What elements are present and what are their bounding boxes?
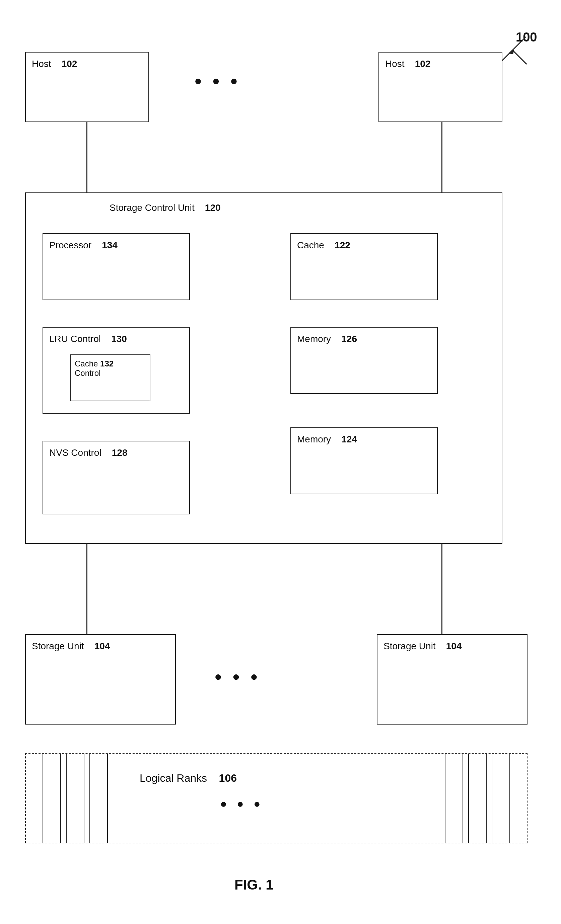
connector-scu-su1 xyxy=(86,544,87,634)
stripe-5 xyxy=(468,754,487,843)
memory-126-label: Memory 126 xyxy=(297,334,357,344)
host-2-box: Host 102 xyxy=(379,52,502,122)
memory-126-box: Memory 126 xyxy=(290,327,438,394)
processor-box: Processor 134 xyxy=(42,233,190,300)
logical-ranks-label: Logical Ranks 106 xyxy=(140,772,237,784)
cache-control-box: Cache 132Control xyxy=(70,354,150,401)
lru-label: LRU Control 130 xyxy=(49,334,127,344)
cache-label: Cache 122 xyxy=(297,240,350,250)
stripe-2 xyxy=(66,754,84,843)
logical-ranks-box: Logical Ranks 106 ● ● ● xyxy=(25,753,528,843)
storage-units-dots: ● ● ● xyxy=(214,669,261,684)
scu-label: Storage Control Unit 120 xyxy=(110,202,221,213)
svg-marker-1 xyxy=(509,50,514,54)
fig-label: FIG. 1 xyxy=(235,877,274,893)
host-1-label: Host 102 xyxy=(32,58,77,69)
connector-scu-su2 xyxy=(441,544,442,634)
logical-ranks-dots: ● ● ● xyxy=(220,797,264,810)
stripe-4 xyxy=(445,754,463,843)
stripe-1 xyxy=(42,754,61,843)
cache-control-label: Cache 132Control xyxy=(75,359,114,378)
connector-host1-scu xyxy=(86,122,87,192)
storage-unit-1-box: Storage Unit 104 xyxy=(25,634,176,724)
host-2-label: Host 102 xyxy=(385,58,430,69)
lru-box: LRU Control 130 Cache 132Control xyxy=(42,327,190,414)
connector-host2-scu xyxy=(441,122,442,192)
nvs-box: NVS Control 128 xyxy=(42,441,190,514)
stripe-3 xyxy=(89,754,108,843)
host-1-box: Host 102 xyxy=(25,52,149,122)
storage-unit-2-label: Storage Unit 104 xyxy=(384,641,462,652)
cache-box: Cache 122 xyxy=(290,233,438,300)
svg-line-0 xyxy=(509,37,526,54)
hosts-dots: ● ● ● xyxy=(194,74,241,88)
memory-124-box: Memory 124 xyxy=(290,428,438,494)
nvs-label: NVS Control 128 xyxy=(49,447,127,458)
stripe-6 xyxy=(492,754,510,843)
arrow-100 xyxy=(499,33,539,67)
memory-124-label: Memory 124 xyxy=(297,434,357,445)
diagram: 100 Host 102 Host 102 ● ● ● Storage Cont… xyxy=(0,0,561,924)
storage-unit-2-box: Storage Unit 104 xyxy=(377,634,528,724)
storage-unit-1-label: Storage Unit 104 xyxy=(32,641,110,652)
scu-box: Storage Control Unit 120 Processor 134 C… xyxy=(25,192,502,544)
processor-label: Processor 134 xyxy=(49,240,117,250)
